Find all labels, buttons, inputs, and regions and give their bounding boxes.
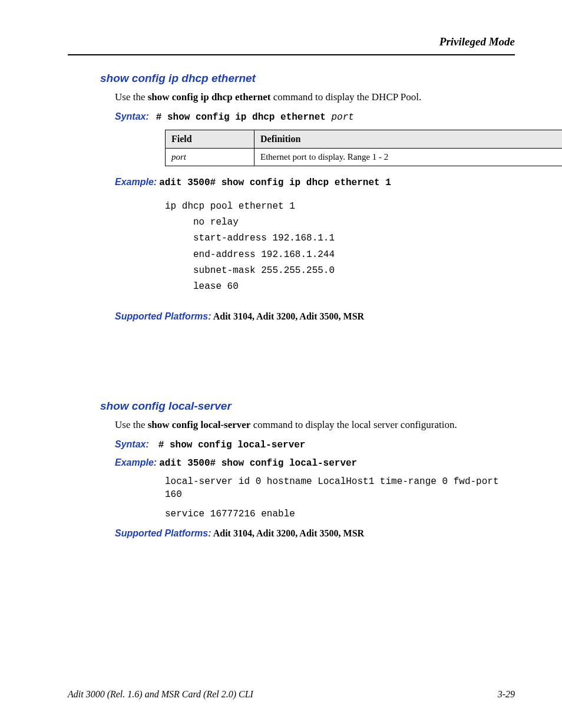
td-port-def: Ethernet port to display. Range 1 - 2	[254, 148, 563, 166]
section1-field-table: Field Definition port Ethernet port to d…	[165, 130, 562, 166]
section2-syntax-row: Syntax: # show config local-server	[115, 439, 515, 450]
syntax-cmd: show config local-server	[170, 440, 305, 450]
section1-intro-cmd: show config ip dhcp ethernet	[148, 91, 271, 103]
syntax-label: Syntax:	[115, 439, 149, 449]
syntax-arg: port	[331, 112, 353, 123]
example-cmd: adit 3500# show config local-server	[159, 458, 357, 469]
section2-platforms-row: Supported Platforms: Adit 3104, Adit 320…	[115, 528, 515, 539]
syntax-hash: #	[156, 112, 167, 123]
th-definition: Definition	[254, 130, 563, 148]
section1-title: show config ip dhcp ethernet	[100, 72, 515, 85]
section1-intro-post: command to display the DHCP Pool.	[270, 91, 421, 103]
td-port: port	[166, 148, 254, 166]
section1-platforms-row: Supported Platforms: Adit 3104, Adit 320…	[115, 311, 515, 322]
section1-intro: Use the show config ip dhcp ethernet com…	[115, 91, 515, 104]
section1-example-row: Example: adit 3500# show config ip dhcp …	[115, 177, 515, 188]
platforms-label: Supported Platforms:	[115, 528, 211, 538]
section2-intro-pre: Use the	[115, 419, 148, 430]
platforms-list: Adit 3104, Adit 3200, Adit 3500, MSR	[211, 528, 365, 538]
section1-syntax-row: Syntax: # show config ip dhcp ethernet p…	[115, 111, 515, 123]
page-footer: Adit 3000 (Rel. 1.6) and MSR Card (Rel 2…	[68, 689, 515, 700]
section2-intro: Use the show config local-server command…	[115, 419, 515, 432]
footer-right: 3-29	[498, 689, 515, 700]
syntax-cmd: show config ip dhcp ethernet	[167, 112, 331, 123]
section2-example-row: Example: adit 3500# show config local-se…	[115, 457, 515, 469]
syntax-hash: #	[158, 440, 170, 450]
header-rule	[68, 54, 515, 55]
th-field: Field	[166, 130, 254, 148]
example-cmd: adit 3500# show config ip dhcp ethernet …	[159, 177, 391, 188]
section2-intro-post: command to display the local server conf…	[250, 419, 457, 430]
example-label: Example:	[115, 177, 157, 187]
section2-output-line1: local-server id 0 hostname LocalHost1 ti…	[165, 476, 515, 501]
syntax-label: Syntax:	[115, 111, 149, 121]
platforms-label: Supported Platforms:	[115, 311, 211, 321]
page-header-mode: Privileged Mode	[68, 35, 515, 48]
table-row: port Ethernet port to display. Range 1 -…	[166, 148, 563, 166]
section1-intro-pre: Use the	[115, 91, 148, 103]
section2-title: show config local-server	[100, 400, 515, 413]
table-header-row: Field Definition	[166, 130, 563, 148]
section2-output-line2: service 16777216 enable	[165, 508, 515, 521]
example-label: Example:	[115, 457, 157, 467]
platforms-list: Adit 3104, Adit 3200, Adit 3500, MSR	[211, 311, 365, 321]
section1-code-block: ip dhcp pool ethernet 1 no relay start-a…	[165, 199, 515, 295]
section2-intro-cmd: show config local-server	[148, 419, 251, 430]
footer-left: Adit 3000 (Rel. 1.6) and MSR Card (Rel 2…	[68, 689, 253, 700]
